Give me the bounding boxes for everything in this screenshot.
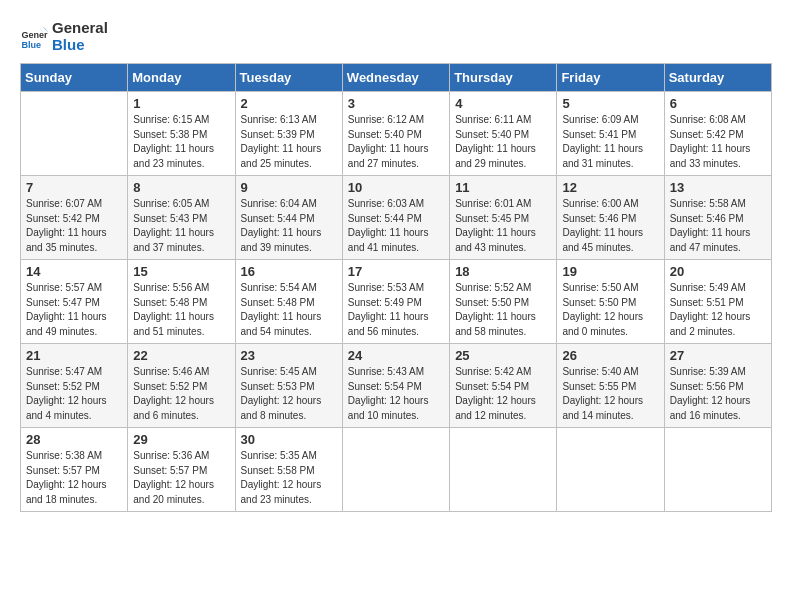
week-row-2: 7Sunrise: 6:07 AM Sunset: 5:42 PM Daylig… (21, 176, 772, 260)
day-info: Sunrise: 5:47 AM Sunset: 5:52 PM Dayligh… (26, 365, 122, 423)
day-cell (450, 428, 557, 512)
day-number: 6 (670, 96, 766, 111)
day-info: Sunrise: 5:54 AM Sunset: 5:48 PM Dayligh… (241, 281, 337, 339)
day-cell: 24Sunrise: 5:43 AM Sunset: 5:54 PM Dayli… (342, 344, 449, 428)
day-info: Sunrise: 6:15 AM Sunset: 5:38 PM Dayligh… (133, 113, 229, 171)
day-number: 2 (241, 96, 337, 111)
header: General Blue General Blue (20, 20, 772, 53)
calendar-table: SundayMondayTuesdayWednesdayThursdayFrid… (20, 63, 772, 512)
day-cell: 4Sunrise: 6:11 AM Sunset: 5:40 PM Daylig… (450, 92, 557, 176)
day-info: Sunrise: 5:49 AM Sunset: 5:51 PM Dayligh… (670, 281, 766, 339)
day-number: 4 (455, 96, 551, 111)
day-info: Sunrise: 6:00 AM Sunset: 5:46 PM Dayligh… (562, 197, 658, 255)
day-info: Sunrise: 5:45 AM Sunset: 5:53 PM Dayligh… (241, 365, 337, 423)
col-header-monday: Monday (128, 64, 235, 92)
col-header-wednesday: Wednesday (342, 64, 449, 92)
day-number: 26 (562, 348, 658, 363)
day-info: Sunrise: 5:57 AM Sunset: 5:47 PM Dayligh… (26, 281, 122, 339)
day-info: Sunrise: 5:46 AM Sunset: 5:52 PM Dayligh… (133, 365, 229, 423)
day-number: 29 (133, 432, 229, 447)
col-header-friday: Friday (557, 64, 664, 92)
day-cell: 30Sunrise: 5:35 AM Sunset: 5:58 PM Dayli… (235, 428, 342, 512)
day-number: 27 (670, 348, 766, 363)
col-header-saturday: Saturday (664, 64, 771, 92)
day-cell: 17Sunrise: 5:53 AM Sunset: 5:49 PM Dayli… (342, 260, 449, 344)
logo-general: General (52, 20, 108, 37)
logo: General Blue General Blue (20, 20, 108, 53)
day-number: 11 (455, 180, 551, 195)
day-cell: 12Sunrise: 6:00 AM Sunset: 5:46 PM Dayli… (557, 176, 664, 260)
day-number: 15 (133, 264, 229, 279)
day-number: 3 (348, 96, 444, 111)
day-number: 5 (562, 96, 658, 111)
day-cell: 15Sunrise: 5:56 AM Sunset: 5:48 PM Dayli… (128, 260, 235, 344)
day-number: 18 (455, 264, 551, 279)
day-cell: 22Sunrise: 5:46 AM Sunset: 5:52 PM Dayli… (128, 344, 235, 428)
week-row-3: 14Sunrise: 5:57 AM Sunset: 5:47 PM Dayli… (21, 260, 772, 344)
day-info: Sunrise: 5:50 AM Sunset: 5:50 PM Dayligh… (562, 281, 658, 339)
day-number: 23 (241, 348, 337, 363)
day-info: Sunrise: 6:04 AM Sunset: 5:44 PM Dayligh… (241, 197, 337, 255)
day-info: Sunrise: 5:36 AM Sunset: 5:57 PM Dayligh… (133, 449, 229, 507)
day-info: Sunrise: 5:40 AM Sunset: 5:55 PM Dayligh… (562, 365, 658, 423)
day-info: Sunrise: 5:42 AM Sunset: 5:54 PM Dayligh… (455, 365, 551, 423)
day-cell (557, 428, 664, 512)
day-number: 28 (26, 432, 122, 447)
day-info: Sunrise: 5:39 AM Sunset: 5:56 PM Dayligh… (670, 365, 766, 423)
col-header-tuesday: Tuesday (235, 64, 342, 92)
day-cell (342, 428, 449, 512)
day-number: 10 (348, 180, 444, 195)
svg-text:Blue: Blue (21, 39, 41, 49)
day-number: 25 (455, 348, 551, 363)
week-row-5: 28Sunrise: 5:38 AM Sunset: 5:57 PM Dayli… (21, 428, 772, 512)
day-cell: 13Sunrise: 5:58 AM Sunset: 5:46 PM Dayli… (664, 176, 771, 260)
day-cell: 26Sunrise: 5:40 AM Sunset: 5:55 PM Dayli… (557, 344, 664, 428)
day-number: 9 (241, 180, 337, 195)
day-info: Sunrise: 6:08 AM Sunset: 5:42 PM Dayligh… (670, 113, 766, 171)
day-cell: 14Sunrise: 5:57 AM Sunset: 5:47 PM Dayli… (21, 260, 128, 344)
day-info: Sunrise: 5:38 AM Sunset: 5:57 PM Dayligh… (26, 449, 122, 507)
day-number: 8 (133, 180, 229, 195)
col-header-thursday: Thursday (450, 64, 557, 92)
week-row-1: 1Sunrise: 6:15 AM Sunset: 5:38 PM Daylig… (21, 92, 772, 176)
week-row-4: 21Sunrise: 5:47 AM Sunset: 5:52 PM Dayli… (21, 344, 772, 428)
day-cell: 6Sunrise: 6:08 AM Sunset: 5:42 PM Daylig… (664, 92, 771, 176)
day-number: 24 (348, 348, 444, 363)
day-info: Sunrise: 5:35 AM Sunset: 5:58 PM Dayligh… (241, 449, 337, 507)
day-info: Sunrise: 6:05 AM Sunset: 5:43 PM Dayligh… (133, 197, 229, 255)
day-number: 16 (241, 264, 337, 279)
day-cell: 29Sunrise: 5:36 AM Sunset: 5:57 PM Dayli… (128, 428, 235, 512)
day-cell: 11Sunrise: 6:01 AM Sunset: 5:45 PM Dayli… (450, 176, 557, 260)
day-info: Sunrise: 5:52 AM Sunset: 5:50 PM Dayligh… (455, 281, 551, 339)
day-cell: 23Sunrise: 5:45 AM Sunset: 5:53 PM Dayli… (235, 344, 342, 428)
day-info: Sunrise: 5:53 AM Sunset: 5:49 PM Dayligh… (348, 281, 444, 339)
day-cell: 21Sunrise: 5:47 AM Sunset: 5:52 PM Dayli… (21, 344, 128, 428)
day-cell: 16Sunrise: 5:54 AM Sunset: 5:48 PM Dayli… (235, 260, 342, 344)
day-number: 21 (26, 348, 122, 363)
day-cell (21, 92, 128, 176)
day-cell: 8Sunrise: 6:05 AM Sunset: 5:43 PM Daylig… (128, 176, 235, 260)
column-headers: SundayMondayTuesdayWednesdayThursdayFrid… (21, 64, 772, 92)
day-cell: 27Sunrise: 5:39 AM Sunset: 5:56 PM Dayli… (664, 344, 771, 428)
day-number: 12 (562, 180, 658, 195)
day-number: 20 (670, 264, 766, 279)
day-cell: 18Sunrise: 5:52 AM Sunset: 5:50 PM Dayli… (450, 260, 557, 344)
day-cell: 1Sunrise: 6:15 AM Sunset: 5:38 PM Daylig… (128, 92, 235, 176)
day-cell: 20Sunrise: 5:49 AM Sunset: 5:51 PM Dayli… (664, 260, 771, 344)
day-number: 13 (670, 180, 766, 195)
day-info: Sunrise: 5:43 AM Sunset: 5:54 PM Dayligh… (348, 365, 444, 423)
day-number: 17 (348, 264, 444, 279)
logo-blue: Blue (52, 37, 108, 54)
day-cell: 9Sunrise: 6:04 AM Sunset: 5:44 PM Daylig… (235, 176, 342, 260)
day-cell: 10Sunrise: 6:03 AM Sunset: 5:44 PM Dayli… (342, 176, 449, 260)
day-number: 22 (133, 348, 229, 363)
day-cell: 28Sunrise: 5:38 AM Sunset: 5:57 PM Dayli… (21, 428, 128, 512)
day-info: Sunrise: 6:09 AM Sunset: 5:41 PM Dayligh… (562, 113, 658, 171)
day-number: 19 (562, 264, 658, 279)
day-cell: 5Sunrise: 6:09 AM Sunset: 5:41 PM Daylig… (557, 92, 664, 176)
day-info: Sunrise: 6:07 AM Sunset: 5:42 PM Dayligh… (26, 197, 122, 255)
day-cell (664, 428, 771, 512)
day-number: 14 (26, 264, 122, 279)
day-info: Sunrise: 6:12 AM Sunset: 5:40 PM Dayligh… (348, 113, 444, 171)
day-cell: 7Sunrise: 6:07 AM Sunset: 5:42 PM Daylig… (21, 176, 128, 260)
